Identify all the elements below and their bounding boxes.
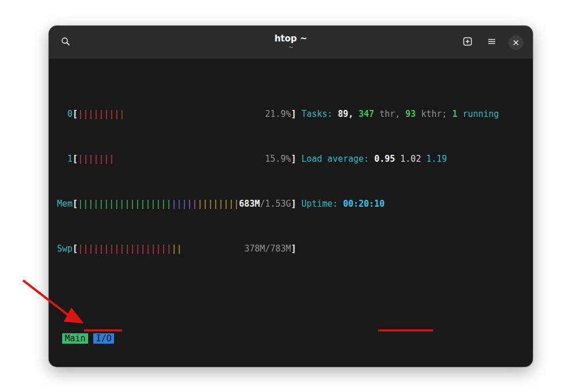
meter-segment	[124, 109, 265, 119]
meter-segment: 683M	[239, 199, 260, 209]
meter-segment: 00:20:10	[343, 199, 385, 209]
swap-meter-line: Swp[|||||||||||||||||||| 378M/783M]	[57, 241, 525, 256]
meter-segment: Load average:	[301, 154, 374, 164]
meter-segment: |||||||||	[78, 109, 124, 119]
meter-segment: 347	[359, 109, 374, 119]
meter-segment: 1	[57, 154, 73, 164]
meter-segment: |||	[172, 199, 187, 209]
blank-line	[57, 286, 525, 301]
meter-segment: [	[73, 154, 78, 164]
meter-segment: ]	[291, 243, 296, 254]
meter-segment: /1.53G	[260, 199, 291, 209]
new-tab-icon	[463, 37, 472, 48]
meter-segment: 1.02	[400, 154, 426, 164]
search-icon	[61, 37, 70, 48]
meter-segment	[182, 243, 244, 254]
headerbar: htop ~ ~	[49, 26, 533, 59]
meter-segment	[114, 154, 265, 164]
meter-segment: 21.9%	[265, 109, 291, 119]
meter-segment: [	[73, 243, 78, 254]
meter-segment: 93	[405, 109, 416, 119]
meter-segment: 15.9%	[265, 154, 291, 164]
screen-tabs: Main I/O	[57, 331, 525, 346]
meter-segment: 0	[57, 109, 73, 119]
terminal-window: htop ~ ~	[49, 26, 533, 367]
meter-segment: Swp	[57, 243, 73, 254]
meter-segment: 378M/783M	[244, 243, 291, 254]
close-icon	[508, 35, 523, 50]
cpu0-meter-line: 0[||||||||| 21.9%] Tasks: 89, 347 thr, 9…	[57, 106, 525, 121]
meter-segment: running	[457, 109, 499, 119]
meter-segment: |||||||	[78, 154, 114, 164]
tab-io[interactable]: I/O	[93, 333, 114, 344]
search-button[interactable]	[56, 33, 75, 52]
menu-button[interactable]	[482, 33, 502, 52]
new-tab-button[interactable]	[458, 33, 477, 52]
hamburger-menu-icon	[487, 37, 496, 48]
meter-segment: 0.95	[374, 154, 400, 164]
desktop-background: htop ~ ~	[0, 0, 581, 392]
meter-segment: ||||||||	[198, 199, 239, 209]
meter-segment: Tasks:	[301, 109, 337, 119]
close-button[interactable]	[506, 33, 526, 52]
meter-segment: Mem	[57, 199, 73, 209]
cpu1-meter-line: 1[||||||| 15.9%] Load average: 0.95 1.02…	[57, 151, 525, 166]
meter-segment: ||||||||||||||||||	[78, 199, 172, 209]
meter-segment: [	[73, 109, 78, 119]
meter-segment: Uptime:	[301, 199, 343, 209]
meter-segment: [	[73, 199, 78, 209]
meter-segment: thr,	[374, 109, 405, 119]
window-subtitle: ~	[288, 44, 293, 51]
meter-segment: kthr;	[416, 109, 452, 119]
tab-main[interactable]: Main	[62, 333, 88, 344]
meter-segment: ||||||||||||||||||	[78, 243, 172, 254]
headerbar-controls	[458, 33, 526, 52]
meter-segment: 1.19	[426, 154, 447, 164]
memory-meter-line: Mem[|||||||||||||||||||||||||||||||683M/…	[57, 196, 525, 211]
window-title: htop ~	[275, 34, 307, 44]
meter-segment: 89,	[338, 109, 359, 119]
meter-segment: ||	[172, 243, 182, 254]
terminal-content: 0[||||||||| 21.9%] Tasks: 89, 347 thr, 9…	[49, 59, 533, 367]
meter-segment: ||	[187, 199, 198, 209]
